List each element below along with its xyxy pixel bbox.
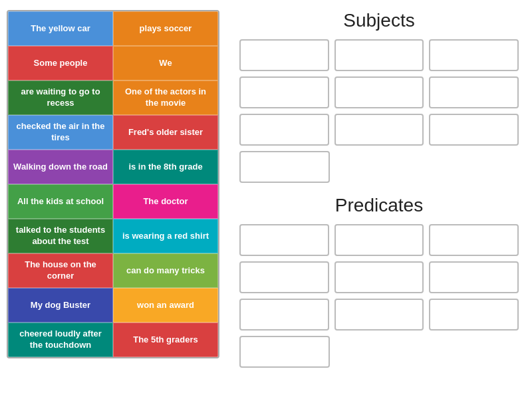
predicates-row-3 — [239, 299, 519, 331]
tile-t16[interactable]: can do many tricks — [113, 253, 218, 288]
subjects-row-4 — [239, 151, 519, 183]
subject-drop-7[interactable] — [239, 114, 329, 146]
predicate-drop-1[interactable] — [239, 224, 329, 256]
predicates-row-1 — [239, 224, 519, 256]
tile-t9[interactable]: Walking down the road — [8, 150, 113, 184]
tile-t13[interactable]: talked to the students about the test — [8, 219, 113, 253]
tile-t5[interactable]: are waiting to go to recess — [8, 80, 113, 115]
predicate-drop-10[interactable] — [239, 336, 330, 368]
subjects-row-1 — [239, 39, 519, 71]
tile-t4[interactable]: We — [113, 46, 218, 80]
subjects-row-3 — [239, 114, 519, 146]
subject-drop-2[interactable] — [334, 39, 424, 71]
tile-t8[interactable]: Fred's older sister — [113, 115, 218, 150]
subject-drop-9[interactable] — [429, 114, 519, 146]
predicate-drop-5[interactable] — [334, 261, 424, 293]
tile-t6[interactable]: One of the actors in the movie — [113, 80, 218, 115]
subjects-row-2 — [239, 76, 519, 108]
tile-t15[interactable]: The house on the corner — [8, 253, 113, 288]
tile-t1[interactable]: The yellow car — [8, 11, 113, 46]
tile-t12[interactable]: The doctor — [113, 184, 218, 219]
subject-drop-5[interactable] — [334, 76, 424, 108]
predicates-title: Predicates — [239, 195, 519, 216]
predicate-drop-2[interactable] — [334, 224, 424, 256]
subject-drop-10[interactable] — [239, 151, 330, 183]
tile-t18[interactable]: won an award — [113, 288, 218, 323]
subject-drop-4[interactable] — [239, 76, 329, 108]
predicate-drop-4[interactable] — [239, 261, 329, 293]
predicate-drop-3[interactable] — [429, 224, 519, 256]
tile-t20[interactable]: The 5th graders — [113, 323, 218, 357]
tile-t19[interactable]: cheered loudly after the touchdown — [8, 323, 113, 357]
predicates-row-2 — [239, 261, 519, 293]
tile-t17[interactable]: My dog Buster — [8, 288, 113, 323]
predicate-drop-8[interactable] — [334, 299, 424, 331]
left-panel: The yellow carplays soccerSome peopleWea… — [0, 0, 226, 399]
word-tile-grid: The yellow carplays soccerSome peopleWea… — [7, 10, 219, 358]
tile-t10[interactable]: is in the 8th grade — [113, 150, 218, 184]
predicate-drop-9[interactable] — [429, 299, 519, 331]
predicate-drop-6[interactable] — [429, 261, 519, 293]
subject-drop-6[interactable] — [429, 76, 519, 108]
subject-drop-3[interactable] — [429, 39, 519, 71]
tile-t7[interactable]: checked the air in the tires — [8, 115, 113, 150]
tile-t11[interactable]: All the kids at school — [8, 184, 113, 219]
predicates-row-4 — [239, 336, 519, 368]
right-panel: Subjects Predicates — [226, 0, 532, 399]
tile-t3[interactable]: Some people — [8, 46, 113, 80]
subject-drop-8[interactable] — [334, 114, 424, 146]
tile-t2[interactable]: plays soccer — [113, 11, 218, 46]
tile-t14[interactable]: is wearing a red shirt — [113, 219, 218, 253]
subject-drop-1[interactable] — [239, 39, 329, 71]
predicate-drop-7[interactable] — [239, 299, 329, 331]
subjects-title: Subjects — [239, 10, 519, 31]
